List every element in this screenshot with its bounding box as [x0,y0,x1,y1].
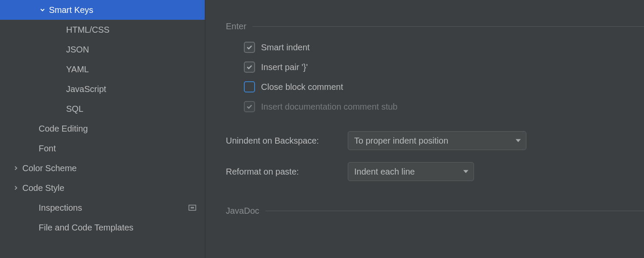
sidebar-item-file-code-templates[interactable]: File and Code Templates [0,218,205,237]
section-title: JavaDoc [205,206,259,216]
sidebar-item-label: SQL [66,104,196,114]
checkbox-close-block-comment[interactable]: Close block comment [244,81,644,92]
checkbox-insert-doc-comment-stub: Insert documentation comment stub [244,101,644,112]
chevron-down-icon [516,139,521,142]
sidebar-item-code-style[interactable]: Code Style [0,178,205,198]
sidebar-item-inspections[interactable]: Inspections [0,198,205,218]
sidebar-item-json[interactable]: JSON [0,40,205,59]
divider [252,26,644,27]
field-reformat-paste: Reformat on paste: Indent each line [205,162,644,181]
sidebar-item-label: HTML/CSS [66,25,196,35]
sidebar-item-label: YAML [66,64,196,74]
settings-content: Enter Smart indent Insert pair '}' Close… [205,0,644,258]
sidebar-item-label: JavaScript [66,84,196,94]
chevron-down-icon [39,7,46,12]
checkbox-label: Insert documentation comment stub [261,102,398,112]
sidebar-item-javascript[interactable]: JavaScript [0,79,205,99]
section-header-enter: Enter [205,22,644,31]
sidebar-item-font[interactable]: Font [0,138,205,158]
sidebar-item-label: Code Style [22,183,196,193]
checkbox-smart-indent[interactable]: Smart indent [244,42,644,53]
checkbox-icon [244,61,255,73]
chevron-down-icon [463,170,468,173]
checkbox-icon [244,101,255,112]
sidebar-item-label: JSON [66,45,196,55]
checkbox-icon [244,42,255,53]
chevron-right-icon [12,166,20,171]
select-value: To proper indent position [354,136,448,146]
settings-sidebar: Smart Keys HTML/CSS JSON YAML JavaScript… [0,0,205,258]
sidebar-item-label: Inspections [39,203,188,213]
sidebar-item-label: Font [39,144,196,154]
select-unindent-backspace[interactable]: To proper indent position [348,131,526,150]
divider [265,211,644,211]
field-unindent-backspace: Unindent on Backspace: To proper indent … [205,131,644,150]
sidebar-item-code-editing[interactable]: Code Editing [0,119,205,138]
sidebar-item-label: Code Editing [39,124,196,134]
checkbox-label: Close block comment [261,82,343,92]
select-reformat-paste[interactable]: Indent each line [348,162,474,181]
checkbox-icon [244,81,255,92]
sidebar-item-color-scheme[interactable]: Color Scheme [0,158,205,178]
sidebar-item-label: Smart Keys [49,5,196,15]
field-label: Unindent on Backspace: [226,136,348,146]
checkbox-insert-pair-brace[interactable]: Insert pair '}' [244,61,644,73]
checkbox-label: Smart indent [261,43,310,52]
sidebar-item-yaml[interactable]: YAML [0,59,205,79]
enter-options: Smart indent Insert pair '}' Close block… [205,31,644,123]
checkbox-label: Insert pair '}' [261,62,308,72]
sidebar-item-label: File and Code Templates [39,223,196,233]
profile-scheme-icon [188,205,196,211]
sidebar-item-smart-keys[interactable]: Smart Keys [0,0,205,20]
field-label: Reformat on paste: [226,167,348,177]
sidebar-item-sql[interactable]: SQL [0,99,205,119]
section-header-javadoc: JavaDoc [205,206,644,216]
sidebar-item-html-css[interactable]: HTML/CSS [0,20,205,40]
sidebar-item-label: Color Scheme [22,163,196,173]
select-value: Indent each line [354,167,415,177]
chevron-right-icon [12,185,20,190]
section-title: Enter [205,22,246,31]
